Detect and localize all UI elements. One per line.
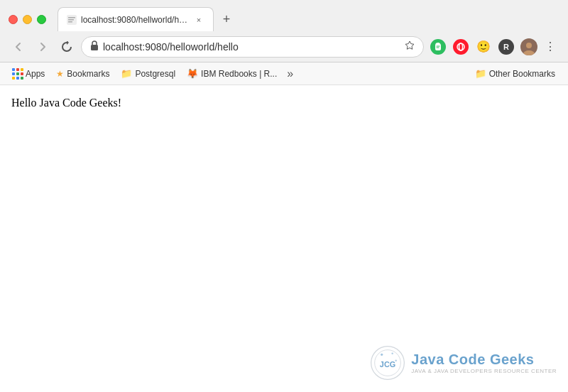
tab-favicon <box>67 15 77 25</box>
active-tab[interactable]: localhost:9080/hellworld/hell... × <box>58 7 214 31</box>
r-extension-button[interactable]: R <box>496 37 516 57</box>
postgresql-bookmark[interactable]: 📁 Postgresql <box>116 67 180 80</box>
traffic-lights <box>9 15 46 24</box>
browser-chrome: localhost:9080/hellworld/hell... × + loc… <box>0 0 568 392</box>
page-main-text: Hello Java Code Geeks! <box>11 97 557 109</box>
tabs-row: localhost:9080/hellworld/hell... × + <box>58 7 559 31</box>
svg-point-12 <box>392 352 394 354</box>
svg-text:JCG: JCG <box>380 360 395 369</box>
profile-button[interactable] <box>519 37 539 57</box>
postgresql-label: Postgresql <box>135 69 175 79</box>
evernote-extension-button[interactable] <box>428 37 448 57</box>
redbooks-icon: 🦊 <box>187 68 198 79</box>
bookmarks-label: Bookmarks <box>67 69 109 79</box>
avatar <box>520 38 537 55</box>
other-bookmarks-button[interactable]: 📁 Other Bookmarks <box>471 67 559 80</box>
apps-grid-icon <box>13 69 23 79</box>
lock-icon <box>90 40 99 53</box>
back-button[interactable] <box>9 37 28 57</box>
new-tab-button[interactable]: + <box>217 9 236 29</box>
emoji-extension-button[interactable]: 🙂 <box>474 37 493 57</box>
maximize-button[interactable] <box>37 15 46 24</box>
ibmredbooks-bookmark[interactable]: 🦊 IBM Redbooks | R... <box>182 67 281 80</box>
svg-rect-3 <box>68 21 72 23</box>
ibmredbooks-label: IBM Redbooks | R... <box>201 69 277 79</box>
forward-button[interactable] <box>33 37 53 57</box>
opera-icon <box>453 39 469 55</box>
title-bar: localhost:9080/hellworld/hell... × + <box>0 0 568 31</box>
toolbar: localhost:9080/helloworld/hello 🙂 <box>0 31 568 62</box>
tab-title: localhost:9080/hellworld/hell... <box>81 15 189 25</box>
tab-close-button[interactable]: × <box>193 14 204 26</box>
toolbar-icons: 🙂 R ⋮ <box>428 37 559 57</box>
menu-dots-button[interactable]: ⋮ <box>542 40 559 53</box>
opera-extension-button[interactable] <box>451 37 471 57</box>
apps-label: Apps <box>26 69 45 79</box>
reload-button[interactable] <box>57 37 77 57</box>
jcg-main-text: Java Code Geeks <box>411 352 557 368</box>
svg-rect-4 <box>91 45 98 50</box>
bookmark-star-button[interactable] <box>405 40 415 53</box>
jcg-sub-text: JAVA & JAVA DEVELOPERS RESOURCE CENTER <box>411 368 557 374</box>
bookmarks-button[interactable]: ★ Bookmarks <box>52 67 114 80</box>
jcg-watermark: JCG Java Code Geeks JAVA & JAVA DEVELOPE… <box>370 345 557 381</box>
svg-point-6 <box>459 43 463 50</box>
page-content: Hello Java Code Geeks! JCG Java Code Gee… <box>0 85 568 392</box>
address-bar[interactable]: localhost:9080/helloworld/hello <box>81 36 424 58</box>
bookmarks-bar: Apps ★ Bookmarks 📁 Postgresql 🦊 IBM Redb… <box>0 62 568 85</box>
other-folder-icon: 📁 <box>475 68 486 79</box>
other-bookmarks-label: Other Bookmarks <box>489 69 555 79</box>
more-bookmarks-button[interactable]: » <box>284 67 296 80</box>
evernote-icon <box>430 39 446 55</box>
star-icon: ★ <box>56 69 64 79</box>
svg-point-11 <box>381 354 383 356</box>
svg-point-7 <box>526 43 532 48</box>
address-text: localhost:9080/helloworld/hello <box>103 41 400 53</box>
svg-point-8 <box>523 50 535 55</box>
svg-point-5 <box>457 43 464 50</box>
svg-rect-2 <box>68 19 74 21</box>
smiley-icon: 🙂 <box>476 40 491 53</box>
r-icon: R <box>498 39 514 55</box>
folder-icon: 📁 <box>121 68 132 79</box>
svg-rect-1 <box>68 17 75 18</box>
apps-button[interactable]: Apps <box>9 67 49 80</box>
close-button[interactable] <box>9 15 18 24</box>
minimize-button[interactable] <box>23 15 32 24</box>
jcg-logo-svg: JCG <box>370 345 405 381</box>
jcg-text-block: Java Code Geeks JAVA & JAVA DEVELOPERS R… <box>411 352 557 374</box>
